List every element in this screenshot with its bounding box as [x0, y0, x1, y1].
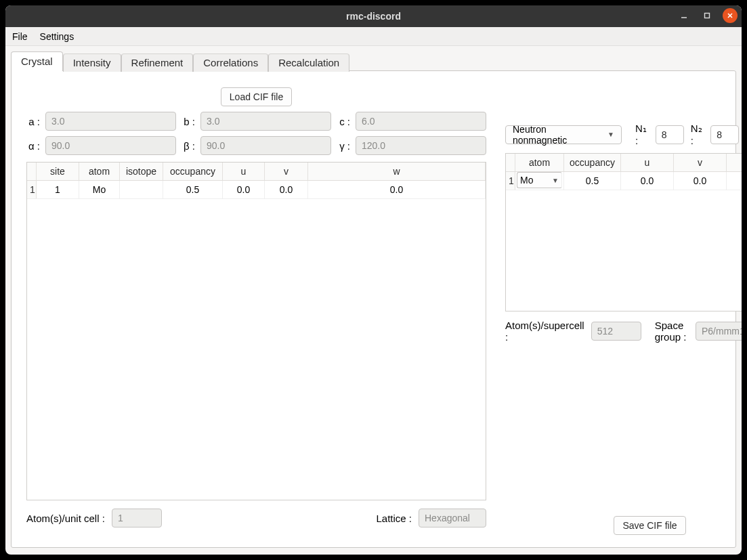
label-c: c :	[337, 116, 350, 127]
input-n1[interactable]	[656, 125, 684, 144]
load-cif-button[interactable]: Load CIF file	[221, 87, 292, 106]
table-row[interactable]: 1 1 Mo 0.5 0.0 0.0 0.0	[27, 181, 486, 199]
cell-u[interactable]: 0.0	[223, 181, 265, 198]
label-beta: β :	[182, 140, 195, 152]
label-b: b :	[182, 116, 195, 127]
cell-occupancy[interactable]: 0.5	[163, 181, 223, 198]
chevron-down-icon: ▼	[607, 131, 614, 138]
tab-crystal[interactable]: Crystal	[11, 51, 63, 71]
cell-v[interactable]: 0.0	[674, 172, 727, 190]
label-gamma: γ :	[337, 140, 350, 152]
input-gamma[interactable]	[356, 136, 486, 155]
input-lattice[interactable]	[419, 509, 486, 527]
row-number: 1	[27, 181, 37, 198]
col-isotope[interactable]: isotope	[120, 163, 163, 180]
menubar: File Settings	[5, 27, 742, 46]
col-v[interactable]: v	[674, 154, 727, 171]
label-atoms-unitcell: Atom(s)/unit cell :	[26, 513, 105, 524]
titlebar: rmc-discord	[5, 5, 742, 27]
label-atoms-supercell: Atom(s)/supercell :	[505, 320, 584, 343]
col-occupancy[interactable]: occupancy	[163, 163, 223, 180]
menu-file[interactable]: File	[12, 31, 28, 42]
label-a: a :	[26, 116, 40, 127]
scattering-mode-combo[interactable]: Neutron nonmagnetic ▼	[505, 125, 622, 144]
input-alpha[interactable]	[45, 136, 176, 155]
input-beta[interactable]	[200, 136, 331, 155]
cell-v[interactable]: 0.0	[265, 181, 308, 198]
input-a[interactable]	[45, 112, 176, 131]
col-atom[interactable]: atom	[515, 154, 564, 171]
cell-atom-combo[interactable]: Mo ▼	[517, 172, 562, 188]
cell-occupancy[interactable]: 0.5	[564, 172, 621, 190]
input-spacegroup-name[interactable]	[696, 322, 742, 341]
col-rownum	[27, 163, 37, 180]
tab-refinement[interactable]: Refinement	[121, 53, 194, 72]
col-rownum	[506, 154, 515, 171]
input-c[interactable]	[356, 112, 486, 131]
cell-w[interactable]: 0.0	[308, 181, 486, 198]
col-w[interactable]: w	[727, 154, 742, 171]
col-site[interactable]: site	[37, 163, 79, 180]
tab-recalculation[interactable]: Recalculation	[268, 53, 349, 72]
col-occupancy[interactable]: occupancy	[564, 154, 621, 171]
col-u[interactable]: u	[621, 154, 674, 171]
input-n2[interactable]	[710, 125, 739, 144]
cell-u[interactable]: 0.0	[621, 172, 674, 190]
input-b[interactable]	[200, 112, 331, 131]
label-spacegroup: Space group :	[655, 320, 689, 343]
tab-correlations[interactable]: Correlations	[193, 53, 268, 72]
tab-intensity[interactable]: Intensity	[63, 53, 121, 72]
chevron-down-icon: ▼	[552, 177, 559, 184]
maximize-button[interactable]	[700, 8, 714, 23]
close-button[interactable]	[723, 8, 738, 23]
window-title: rmc-discord	[346, 11, 401, 22]
label-n1: N₁ :	[635, 123, 649, 146]
supercell-table[interactable]: atom occupancy u v w 1 Mo	[505, 153, 742, 311]
col-u[interactable]: u	[223, 163, 265, 180]
label-n2: N₂ :	[691, 123, 704, 146]
menu-settings[interactable]: Settings	[40, 31, 74, 42]
minimize-button[interactable]	[677, 8, 691, 23]
table-row[interactable]: 1 Mo ▼ 0.5 0.0 0.0 0.0 ✓	[506, 172, 742, 190]
label-alpha: α :	[26, 140, 40, 152]
col-w[interactable]: w	[308, 163, 486, 180]
cell-isotope[interactable]	[120, 181, 163, 198]
save-cif-button[interactable]: Save CIF file	[614, 516, 685, 535]
svg-rect-1	[705, 14, 710, 18]
scattering-mode-value: Neutron nonmagnetic	[513, 124, 602, 146]
tab-page-crystal: Load CIF file a : b : c : α : β :	[11, 70, 736, 548]
cell-atom-value: Mo	[520, 175, 533, 186]
unitcell-table[interactable]: site atom isotope occupancy u v w 1 1 Mo	[26, 162, 486, 500]
label-lattice: Lattice :	[376, 513, 412, 524]
tab-bar: Crystal Intensity Refinement Correlation…	[11, 51, 736, 70]
app-window: rmc-discord File Settings Crystal Intens…	[5, 5, 742, 555]
row-number: 1	[506, 172, 515, 190]
cell-atom[interactable]: Mo	[79, 181, 120, 198]
col-v[interactable]: v	[265, 163, 308, 180]
cell-site[interactable]: 1	[37, 181, 79, 198]
input-atoms-unitcell[interactable]	[112, 509, 162, 527]
cell-w[interactable]: 0.0	[727, 172, 742, 190]
input-atoms-supercell[interactable]	[591, 322, 641, 341]
col-atom[interactable]: atom	[79, 163, 120, 180]
